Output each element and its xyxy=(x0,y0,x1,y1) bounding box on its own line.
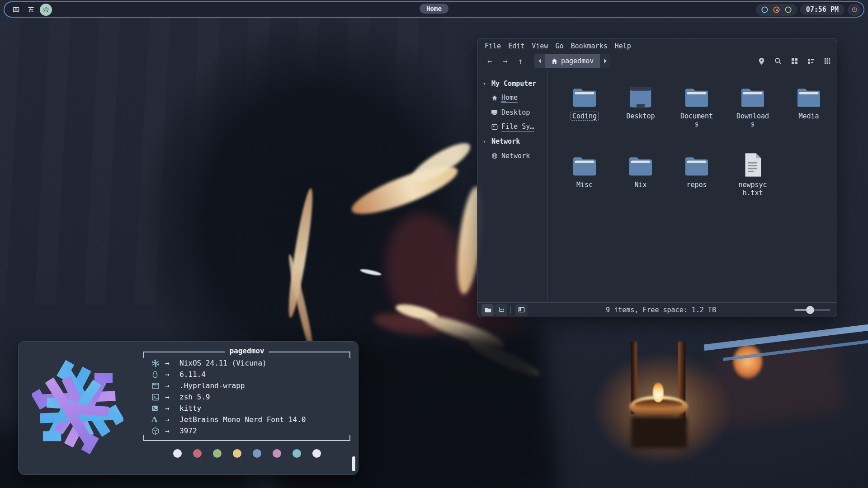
file-tile-media[interactable]: Media xyxy=(781,78,837,147)
compact-list-view-button[interactable] xyxy=(807,58,815,65)
text-file-icon xyxy=(743,147,763,178)
terminal-window[interactable]: pagedmov → NixOS 24.11 (Vicuna) xyxy=(18,341,359,475)
compact-list-icon xyxy=(807,58,815,65)
menu-bar: File Edit View Go Bookmarks Help xyxy=(477,38,837,52)
file-tile-repos[interactable]: repos xyxy=(669,147,725,216)
sidebar: ▾ My Computer Home Desktop xyxy=(477,70,547,302)
collapse-caret-icon[interactable]: ▾ xyxy=(483,81,488,87)
arrow: → xyxy=(165,370,179,379)
slider-knob[interactable] xyxy=(806,306,814,314)
breadcrumb-scroll-left[interactable] xyxy=(534,54,545,68)
fetch-row-font: A → JetBrains Mono Nerd Font 14.0 xyxy=(143,414,350,425)
zoom-slider[interactable] xyxy=(794,305,830,314)
back-button[interactable]: ← xyxy=(482,56,497,66)
wallpaper-candle-cup xyxy=(629,396,688,418)
wallpaper-lantern-frame xyxy=(678,342,685,423)
icon-view-grid-icon xyxy=(791,58,798,65)
menu-help[interactable]: Help xyxy=(615,42,631,50)
folder-icon xyxy=(684,78,710,109)
file-tile-newpsych-txt[interactable]: newpsych.txt xyxy=(725,147,781,216)
tray-record-icon[interactable] xyxy=(773,6,780,14)
active-window-title-pill: Home xyxy=(420,4,448,13)
toggle-side-pane-button[interactable] xyxy=(515,304,528,316)
folder-icon xyxy=(571,147,598,178)
left-triangle-icon xyxy=(538,59,541,63)
workspace-5-button[interactable] xyxy=(25,4,37,16)
workspace-6-button-active[interactable] xyxy=(40,4,52,16)
file-tile-coding[interactable]: Coding xyxy=(557,78,613,147)
sidebar-item-file-system[interactable]: File Sy… xyxy=(483,120,547,134)
terminal-color-palette xyxy=(143,449,350,458)
file-label: repos xyxy=(684,180,708,189)
home-icon xyxy=(491,95,498,101)
status-separator xyxy=(510,306,511,314)
wallpaper-shade xyxy=(377,206,478,340)
search-button[interactable] xyxy=(774,57,782,65)
sidebar-item-desktop[interactable]: Desktop xyxy=(483,105,547,120)
sidebar-item-label: File Sy… xyxy=(501,122,534,131)
sidebar-item-label: Desktop xyxy=(501,108,530,117)
breadcrumb-segment-home[interactable]: pagedmov xyxy=(545,54,600,68)
terminal-scrollbar[interactable] xyxy=(352,456,355,471)
shell-icon xyxy=(151,393,165,401)
thumbnail-view-button[interactable] xyxy=(824,58,830,64)
tray-green-circle-icon[interactable] xyxy=(784,6,792,14)
hanzi-five-icon xyxy=(27,6,35,14)
menu-bookmarks[interactable]: Bookmarks xyxy=(571,42,607,50)
folder-icon xyxy=(796,78,822,109)
sidebar-item-label: Network xyxy=(501,152,530,160)
wallpaper-candle-base xyxy=(631,417,687,448)
nixos-snowflake-icon xyxy=(151,359,165,367)
toolbar-right-icons xyxy=(758,57,830,65)
menu-file[interactable]: File xyxy=(485,42,501,50)
status-summary: 9 items, Free space: 1.2 TB xyxy=(528,306,794,314)
wallpaper-lantern-frame xyxy=(631,342,637,414)
folder-filled-icon xyxy=(484,306,491,314)
up-button[interactable]: ↑ xyxy=(513,56,528,66)
menu-edit[interactable]: Edit xyxy=(508,42,524,50)
menu-view[interactable]: View xyxy=(532,42,548,50)
terminal-icon xyxy=(151,405,165,412)
hanzi-six-icon xyxy=(42,6,50,14)
file-tile-nix[interactable]: Nix xyxy=(613,147,669,216)
power-button[interactable] xyxy=(848,4,861,16)
file-tile-desktop[interactable]: Desktop xyxy=(613,78,669,147)
sidebar-section-my-computer[interactable]: ▾ My Computer xyxy=(483,76,547,91)
file-tile-misc[interactable]: Misc xyxy=(557,147,613,216)
sidebar-item-network[interactable]: Network xyxy=(483,149,547,163)
wallpaper-shade xyxy=(372,309,442,341)
fastfetch-box: pagedmov → NixOS 24.11 (Vicuna) xyxy=(143,352,350,441)
sidebar-section-network[interactable]: ▾ Network xyxy=(483,134,547,149)
palette-dot xyxy=(233,449,241,458)
breadcrumb-scroll-right[interactable] xyxy=(600,54,610,68)
show-files-pane-button[interactable] xyxy=(481,304,494,316)
wallpaper-warm-panel xyxy=(710,339,845,428)
icon-view-button[interactable] xyxy=(791,58,798,65)
kernel-value: 6.11.4 xyxy=(179,370,206,379)
wallpaper-hair-streak xyxy=(467,336,542,380)
right-triangle-icon xyxy=(604,59,607,63)
arrow: → xyxy=(165,427,179,435)
system-tray xyxy=(756,4,797,16)
palette-dot xyxy=(292,449,301,458)
file-tile-documents[interactable]: Documents xyxy=(669,78,725,147)
tray-teal-circle-icon[interactable] xyxy=(761,6,769,14)
sidebar-item-home[interactable]: Home xyxy=(483,91,547,105)
desktop: Home 07:56 PM xyxy=(0,0,868,488)
top-bar-right: 07:56 PM xyxy=(756,4,861,16)
menu-go[interactable]: Go xyxy=(555,42,563,50)
file-tile-downloads[interactable]: Downloads xyxy=(725,78,781,147)
location-pin-button[interactable] xyxy=(758,57,765,65)
forward-button[interactable]: → xyxy=(497,56,513,66)
workspace-4-button[interactable] xyxy=(10,4,22,16)
fetch-row-terminal: → kitty xyxy=(143,403,350,414)
show-tree-pane-button[interactable] xyxy=(495,304,507,316)
wm-value: .Hyprland-wrapp xyxy=(179,381,245,390)
file-grid: Coding Desktop xyxy=(557,78,837,216)
file-label: Desktop xyxy=(624,112,656,121)
collapse-caret-icon[interactable]: ▾ xyxy=(483,139,488,145)
arrow: → xyxy=(165,393,179,401)
wallpaper-small-glow xyxy=(733,344,762,379)
wallpaper-hair-streak xyxy=(284,188,316,319)
desktop-icon xyxy=(491,110,498,116)
